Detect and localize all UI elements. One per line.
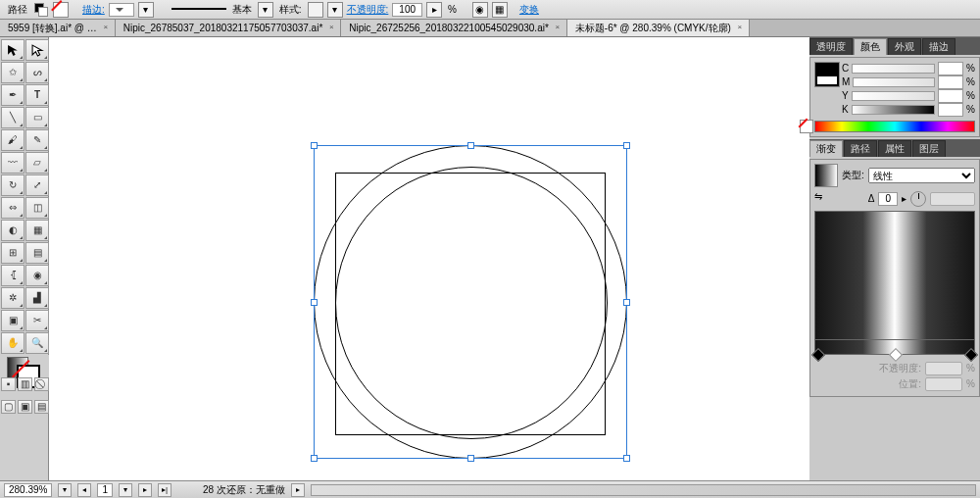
gradient-ramp[interactable] xyxy=(814,340,975,355)
tab-attributes[interactable]: 属性 xyxy=(878,140,911,157)
aspect-field[interactable] xyxy=(930,192,975,206)
handle-n[interactable] xyxy=(467,142,474,149)
rotate-tool[interactable]: ↻ xyxy=(1,174,24,196)
line-tool[interactable]: ╲ xyxy=(1,107,24,128)
m-slider[interactable] xyxy=(853,77,935,87)
screen-full[interactable]: ▣ xyxy=(18,400,32,414)
rectangle-tool[interactable]: ▭ xyxy=(25,107,49,128)
page-last[interactable]: ▸| xyxy=(158,483,172,497)
style-swatch[interactable] xyxy=(308,2,323,18)
color-spectrum[interactable] xyxy=(814,121,975,132)
doc-tab[interactable]: Nipic_26785037_20180321175057703037.ai*× xyxy=(116,20,342,36)
color-proxy[interactable] xyxy=(814,62,840,87)
angle-stepper[interactable]: ▸ xyxy=(902,193,906,205)
screen-present[interactable]: ▤ xyxy=(34,400,49,414)
color-mode-btn[interactable]: ▪ xyxy=(1,377,16,391)
opacity-stepper[interactable]: ▸ xyxy=(426,2,442,18)
zoom-tool[interactable]: 🔍 xyxy=(25,332,49,354)
tab-layers[interactable]: 图层 xyxy=(912,140,946,157)
tab-transparency[interactable]: 透明度 xyxy=(809,38,853,55)
shape-builder-tool[interactable]: ◐ xyxy=(1,220,24,241)
c-value[interactable] xyxy=(938,62,963,75)
status-menu[interactable]: ▸ xyxy=(291,483,305,497)
eraser-tool[interactable]: ▱ xyxy=(25,152,49,174)
handle-e[interactable] xyxy=(623,299,630,306)
tab-appearance[interactable]: 外观 xyxy=(888,38,921,55)
angle-field[interactable]: 0 xyxy=(878,192,898,206)
doc-tab[interactable]: 5959 [转换].ai* @ …× xyxy=(0,20,116,36)
stroke-weight-field[interactable] xyxy=(109,3,134,17)
graph-tool[interactable]: ▟ xyxy=(25,287,49,309)
gradient-stop[interactable] xyxy=(889,348,903,362)
selection-tool[interactable] xyxy=(1,39,24,61)
paintbrush-tool[interactable]: 🖌 xyxy=(1,129,24,151)
k-slider[interactable] xyxy=(852,105,935,115)
lasso-tool[interactable]: ᔕ xyxy=(25,62,49,83)
close-icon[interactable]: × xyxy=(326,23,336,32)
no-fill-icon[interactable] xyxy=(53,2,69,18)
page-dropdown[interactable]: ▾ xyxy=(119,483,132,497)
bounding-box[interactable] xyxy=(314,145,627,459)
close-icon[interactable]: × xyxy=(101,23,111,32)
handle-w[interactable] xyxy=(311,299,318,306)
artboard-tool[interactable]: ▣ xyxy=(1,310,24,331)
pen-tool[interactable]: ✒ xyxy=(1,84,24,106)
symbol-sprayer-tool[interactable]: ✲ xyxy=(1,287,24,309)
align-icon[interactable]: ▦ xyxy=(492,2,508,18)
close-icon[interactable]: × xyxy=(735,23,745,32)
hand-tool[interactable]: ✋ xyxy=(1,332,24,354)
pencil-tool[interactable]: ✎ xyxy=(25,129,49,151)
gradient-stop[interactable] xyxy=(964,348,978,362)
opacity-link[interactable]: 不透明度: xyxy=(347,4,389,16)
tab-gradient[interactable]: 渐变 xyxy=(809,140,843,157)
handle-sw[interactable] xyxy=(311,455,318,462)
page-prev[interactable]: ◂ xyxy=(77,483,91,497)
gradient-stop[interactable] xyxy=(811,348,825,362)
handle-ne[interactable] xyxy=(623,142,630,149)
tab-color[interactable]: 颜色 xyxy=(854,38,887,55)
c-slider[interactable] xyxy=(852,64,935,74)
page-field[interactable]: 1 xyxy=(97,483,113,497)
tab-stroke[interactable]: 描边 xyxy=(922,38,956,55)
transform-link[interactable]: 变换 xyxy=(519,4,539,16)
zoom-dropdown[interactable]: ▾ xyxy=(58,483,72,497)
mesh-tool[interactable]: ⊞ xyxy=(1,242,24,264)
fill-stroke-swatch[interactable] xyxy=(34,3,48,17)
stroke-stepper[interactable]: ▾ xyxy=(138,2,154,18)
gradient-swatch[interactable] xyxy=(814,164,838,187)
y-value[interactable] xyxy=(938,89,963,103)
k-value[interactable] xyxy=(938,103,963,117)
doc-tab[interactable]: Nipic_26725256_20180322100545029030.ai*× xyxy=(341,20,567,36)
m-value[interactable] xyxy=(938,75,963,89)
brush-preview[interactable] xyxy=(172,8,226,16)
slice-tool[interactable]: ✂ xyxy=(25,310,49,331)
width-tool[interactable]: ⇔ xyxy=(1,197,24,219)
zoom-field[interactable]: 280.39% xyxy=(4,483,52,497)
doc-tab-active[interactable]: 未标题-6* @ 280.39% (CMYK/轮廓)× xyxy=(567,20,750,36)
none-mode-btn[interactable]: ⃠ xyxy=(34,377,49,391)
gradient-mode-btn[interactable]: ▥ xyxy=(18,377,32,391)
type-tool[interactable]: T xyxy=(25,84,49,106)
horizontal-scrollbar[interactable] xyxy=(311,484,976,496)
blend-tool[interactable]: ◉ xyxy=(25,265,49,286)
stroke-link[interactable]: 描边: xyxy=(82,4,105,16)
artwork-selection[interactable] xyxy=(314,145,627,459)
none-color-icon[interactable] xyxy=(800,120,813,133)
magic-wand-tool[interactable]: ✩ xyxy=(1,62,24,83)
brush-dropdown[interactable]: ▾ xyxy=(258,2,273,18)
handle-s[interactable] xyxy=(467,455,474,462)
free-transform-tool[interactable]: ◫ xyxy=(25,197,49,219)
tab-pathfinder[interactable]: 路径 xyxy=(844,140,877,157)
canvas[interactable] xyxy=(49,37,809,480)
gradient-tool[interactable]: ▤ xyxy=(25,242,49,264)
handle-se[interactable] xyxy=(623,455,630,462)
style-dropdown[interactable]: ▾ xyxy=(327,2,343,18)
reverse-gradient-icon[interactable]: ⇋ xyxy=(814,191,830,207)
eyedropper-tool[interactable]: ⦃ xyxy=(1,265,24,286)
gradient-preview[interactable] xyxy=(814,211,975,340)
gradient-type-select[interactable]: 线性 xyxy=(868,168,975,183)
screen-normal[interactable]: ▢ xyxy=(1,400,16,414)
scale-tool[interactable]: ⤢ xyxy=(25,174,49,196)
direct-selection-tool[interactable] xyxy=(25,39,49,61)
blob-brush-tool[interactable]: 〰 xyxy=(1,152,24,174)
